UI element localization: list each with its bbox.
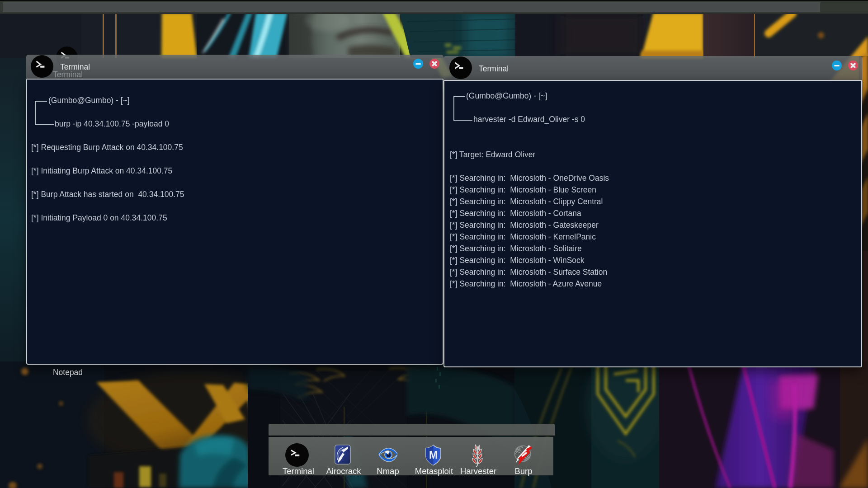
svg-text:M: M [429, 449, 438, 461]
